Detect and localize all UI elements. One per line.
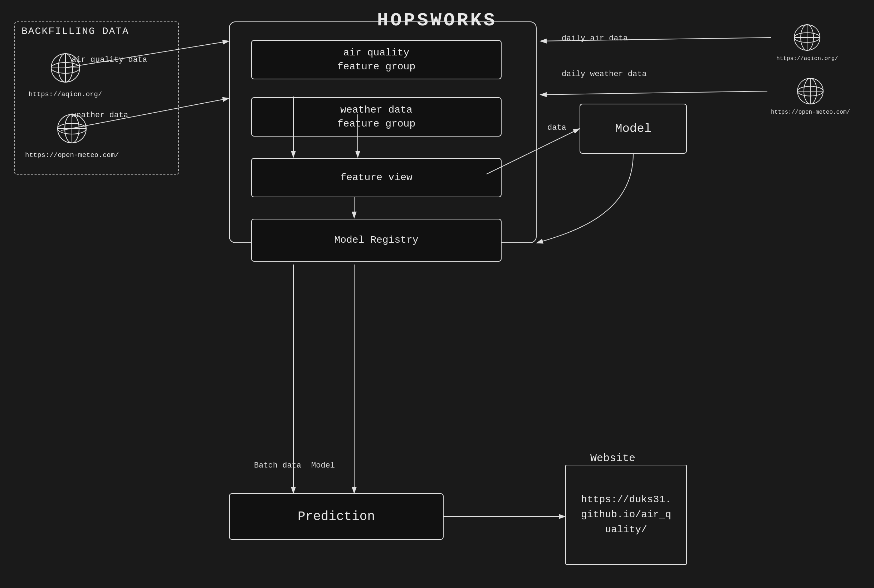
globe-icon-meteo-right	[794, 75, 826, 109]
feature-view-box: feature view	[251, 158, 502, 197]
model-box: Model	[579, 104, 687, 154]
model-registry-box: Model Registry	[251, 219, 502, 262]
air-quality-box: air qualityfeature group	[251, 40, 502, 80]
data-label: data	[548, 123, 566, 132]
url-aqicn-backfilling: https://aqicn.org/	[29, 90, 102, 98]
air-quality-label: air qualityfeature group	[337, 46, 415, 74]
diagram-container: HOPSWORKS BACKFILLING DATA https://aqicn…	[0, 0, 874, 588]
daily-weather-data-label: daily weather data	[562, 70, 647, 79]
hopsworks-container: air qualityfeature group weather datafea…	[229, 21, 537, 243]
weather-data-label: weather datafeature group	[337, 103, 415, 131]
daily-air-data-label: daily air data	[562, 34, 628, 43]
source-meteo-right: https://open-meteo.com/	[771, 75, 850, 116]
model-label: Model	[615, 122, 651, 135]
air-quality-data-label: air quality data	[72, 56, 147, 64]
model-registry-label: Model Registry	[334, 233, 418, 247]
website-url: https://duks31. github.io/air_q uality/	[566, 492, 686, 537]
website-box: https://duks31. github.io/air_q uality/	[565, 465, 687, 565]
globe-icon-aqicn-right	[791, 21, 823, 56]
website-title: Website	[590, 452, 635, 464]
weather-data-label: weather data	[72, 111, 128, 120]
prediction-box: Prediction	[229, 493, 444, 540]
url-aqicn-right: https://aqicn.org/	[776, 56, 838, 62]
url-meteo-backfilling: https://open-meteo.com/	[25, 151, 119, 159]
svg-line-24	[540, 91, 767, 95]
prediction-label: Prediction	[298, 509, 375, 524]
source-aqicn-right: https://aqicn.org/	[776, 21, 838, 62]
batch-data-label: Batch data	[254, 461, 301, 470]
model-arrow-label: Model	[311, 461, 335, 470]
weather-data-box: weather datafeature group	[251, 97, 502, 136]
feature-view-label: feature view	[340, 171, 412, 184]
url-meteo-right: https://open-meteo.com/	[771, 109, 850, 116]
backfilling-title: BACKFILLING DATA	[21, 26, 129, 37]
